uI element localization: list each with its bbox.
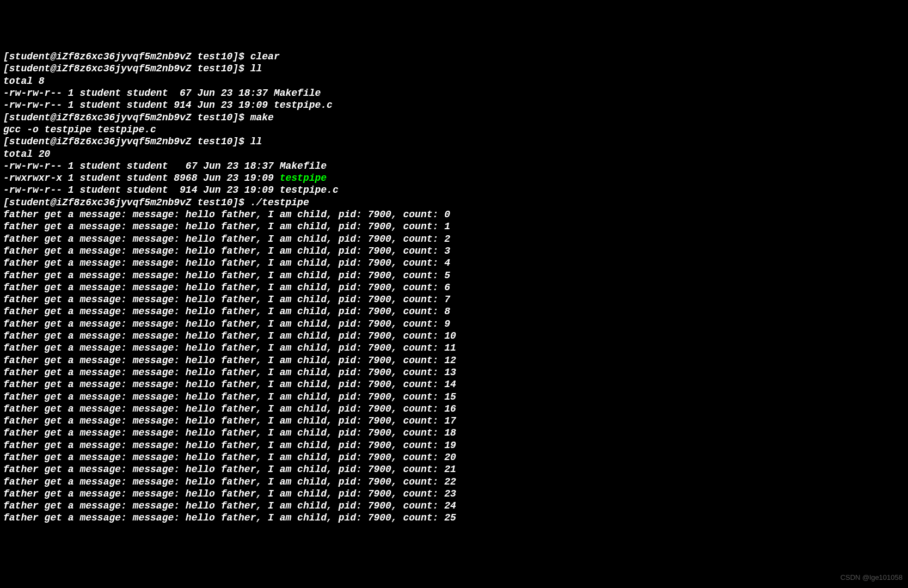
message-24: father get a message: message: hello fat… [3, 500, 905, 512]
ll1-total: total 8 [3, 75, 905, 87]
message-18: father get a message: message: hello fat… [3, 427, 905, 439]
ll1-line2: -rw-rw-r-- 1 student student 914 Jun 23 … [3, 99, 905, 111]
terminal-output[interactable]: [student@iZf8z6xc36jyvqf5m2nb9vZ test10]… [3, 51, 905, 524]
message-10: father get a message: message: hello fat… [3, 330, 905, 342]
cmd-make: [student@iZf8z6xc36jyvqf5m2nb9vZ test10]… [3, 112, 905, 124]
message-0: father get a message: message: hello fat… [3, 209, 905, 220]
message-8: father get a message: message: hello fat… [3, 305, 905, 317]
executable-file: testpipe [280, 173, 327, 183]
ll2-line1: -rw-rw-r-- 1 student student 67 Jun 23 1… [3, 160, 905, 172]
message-17: father get a message: message: hello fat… [3, 415, 905, 427]
message-2: father get a message: message: hello fat… [3, 233, 905, 245]
message-22: father get a message: message: hello fat… [3, 476, 905, 488]
message-3: father get a message: message: hello fat… [3, 245, 905, 257]
message-12: father get a message: message: hello fat… [3, 354, 905, 366]
ll2-line2: -rwxrwxr-x 1 student student 8968 Jun 23… [3, 172, 905, 184]
make-output: gcc -o testpipe testpipe.c [3, 124, 905, 136]
message-1: father get a message: message: hello fat… [3, 220, 905, 232]
ll2-total: total 20 [3, 148, 905, 160]
message-5: father get a message: message: hello fat… [3, 270, 905, 281]
message-9: father get a message: message: hello fat… [3, 318, 905, 330]
message-13: father get a message: message: hello fat… [3, 366, 905, 378]
ll2-line3: -rw-rw-r-- 1 student student 914 Jun 23 … [3, 184, 905, 196]
cmd-clear: [student@iZf8z6xc36jyvqf5m2nb9vZ test10]… [3, 51, 905, 63]
message-6: father get a message: message: hello fat… [3, 281, 905, 293]
message-14: father get a message: message: hello fat… [3, 378, 905, 390]
message-19: father get a message: message: hello fat… [3, 439, 905, 451]
message-4: father get a message: message: hello fat… [3, 257, 905, 269]
cmd-testpipe: [student@iZf8z6xc36jyvqf5m2nb9vZ test10]… [3, 197, 905, 209]
message-25: father get a message: message: hello fat… [3, 512, 905, 524]
message-7: father get a message: message: hello fat… [3, 293, 905, 305]
ll1-line1: -rw-rw-r-- 1 student student 67 Jun 23 1… [3, 87, 905, 99]
message-21: father get a message: message: hello fat… [3, 463, 905, 475]
cmd-ll-1: [student@iZf8z6xc36jyvqf5m2nb9vZ test10]… [3, 63, 905, 75]
message-16: father get a message: message: hello fat… [3, 403, 905, 415]
message-15: father get a message: message: hello fat… [3, 391, 905, 403]
watermark-text: CSDN @lge101058 [840, 572, 903, 584]
message-11: father get a message: message: hello fat… [3, 342, 905, 354]
message-20: father get a message: message: hello fat… [3, 451, 905, 463]
message-23: father get a message: message: hello fat… [3, 488, 905, 500]
cmd-ll-2: [student@iZf8z6xc36jyvqf5m2nb9vZ test10]… [3, 136, 905, 148]
